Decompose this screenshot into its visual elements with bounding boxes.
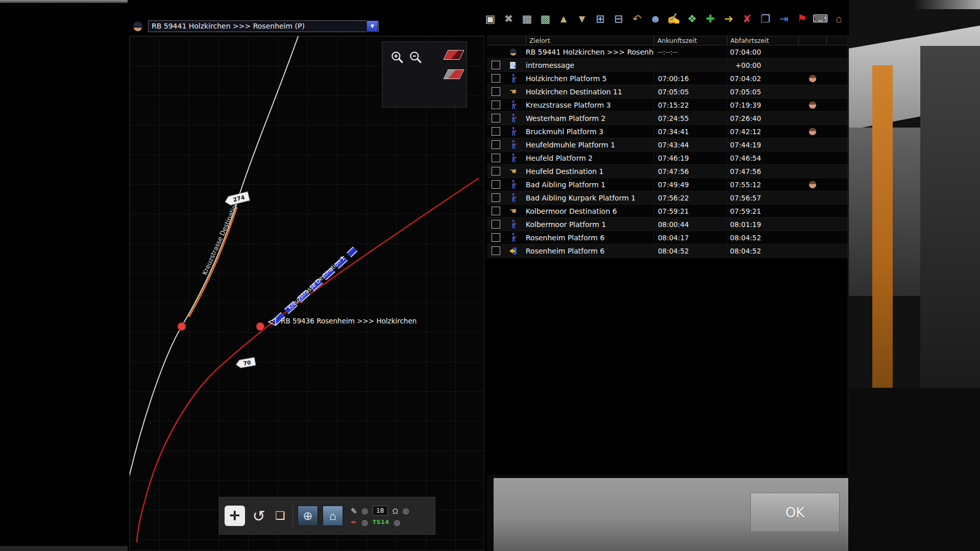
row-checkbox[interactable] <box>492 127 500 136</box>
row-checkbox[interactable] <box>492 167 500 176</box>
move-up-glyph: ▲ <box>558 13 569 25</box>
passenger-icon <box>510 100 517 110</box>
insert-row-icon[interactable]: ⊞ <box>592 10 609 28</box>
remove-train-icon[interactable]: ✘ <box>739 10 755 28</box>
timetable-row[interactable]: Kolbermoor Platform 1 08:00:44 08:01:19 <box>487 218 848 231</box>
header-destination[interactable]: Zielort <box>526 36 654 45</box>
flag-icon[interactable]: ⚑ <box>794 10 811 28</box>
timetable-row[interactable]: Bruckmuhl Platform 3 07:34:41 07:42:12 <box>487 125 848 138</box>
pencil-tool-icon[interactable]: ✎ <box>351 507 357 515</box>
row-destination: Holzkirchen Destination 11 <box>526 85 654 98</box>
row-checkbox[interactable] <box>492 180 500 189</box>
append-row-glyph: ⊟ <box>614 13 623 25</box>
move-tool-icon[interactable]: ✛ <box>225 506 245 526</box>
row-checkbox[interactable] <box>492 193 500 202</box>
driver-icon <box>508 47 518 57</box>
move-down-icon[interactable]: ▼ <box>574 10 591 28</box>
row-checkbox[interactable] <box>492 74 500 83</box>
layer-mix-icon[interactable] <box>443 69 464 79</box>
row-arrival: 07:47:56 <box>654 165 727 178</box>
scene-edge-top <box>0 0 128 3</box>
row-checkbox[interactable] <box>492 101 500 109</box>
row-destination: RB 59441 Holzkirchen >>> Rosenhei <box>526 45 654 58</box>
row-checkbox[interactable] <box>492 233 500 242</box>
scene-ground <box>849 388 980 551</box>
home-view-icon[interactable]: ⌂ <box>323 506 343 526</box>
row-checkbox[interactable] <box>492 207 500 215</box>
row-checkbox[interactable] <box>492 114 500 122</box>
face-icon <box>809 75 816 82</box>
timetable-row[interactable]: Kreuzstrasse Platform 3 07:15:22 07:19:3… <box>487 98 848 112</box>
row-checkbox[interactable] <box>492 61 500 69</box>
timetable-row[interactable]: ☚ Heufeld Destination 1 07:47:56 07:47:5… <box>487 165 848 178</box>
row-checkbox[interactable] <box>492 246 500 255</box>
option-radio-icon[interactable]: ◎ <box>362 507 368 514</box>
copy-schedule-icon[interactable]: ❐ <box>757 10 774 28</box>
timetable-row[interactable]: Westerham Platform 2 07:24:55 07:26:40 <box>487 112 848 125</box>
keypad-icon[interactable]: ⌨ <box>812 10 829 28</box>
staff-icon[interactable]: ☻ <box>647 10 664 28</box>
contract-icon[interactable]: ✍ <box>665 10 682 28</box>
header-arrival[interactable]: Ankunftszeit <box>654 36 727 45</box>
depot-glyph: ⌂ <box>836 13 842 25</box>
header-departure[interactable]: Abfahrtszeit <box>727 36 798 45</box>
world-view-icon[interactable]: ⊕ <box>298 506 318 526</box>
timetable-row[interactable]: Heufeld Platform 2 07:46:19 07:46:54 <box>487 152 848 165</box>
rotate-tool-icon[interactable]: ↺ <box>250 506 268 526</box>
link-tool-icon[interactable]: ❏ <box>273 506 288 526</box>
train-selector-field[interactable]: RB 59441 Holzkirchen >>> Rosenheim (P) ▼ <box>148 20 379 32</box>
add-train-icon[interactable]: ✚ <box>702 10 719 28</box>
row-checkbox[interactable] <box>492 154 500 162</box>
zoom-level-value[interactable]: 18 <box>373 506 388 516</box>
magnet-tool-icon[interactable]: Ω <box>393 507 398 515</box>
exit-route-icon[interactable]: ⇥ <box>775 10 792 28</box>
row-checkbox[interactable] <box>492 140 500 149</box>
insert-train-glyph: ➔ <box>724 13 733 25</box>
modules-icon[interactable]: ❖ <box>683 10 700 28</box>
undo-glyph: ↶ <box>632 13 642 25</box>
zoom-in-icon[interactable] <box>389 50 405 65</box>
undo-icon[interactable]: ↶ <box>629 10 646 28</box>
station-dot[interactable] <box>178 322 186 331</box>
timetable-row[interactable]: intromessage +00:00 <box>487 59 848 72</box>
row-arrival: 07:05:05 <box>654 85 727 98</box>
track-label: Kreuzstrasse Destination 7 <box>201 194 242 276</box>
map-canvas[interactable]: Kreuzstrasse Destination 1 Kreuzstrasse … <box>130 36 484 551</box>
depot-icon[interactable]: ⌂ <box>830 10 847 28</box>
timetable-row[interactable]: Bad Aibling Kurpark Platform 1 07:56:22 … <box>487 191 848 205</box>
timetable-rows: RB 59441 Holzkirchen >>> Rosenhei --:--:… <box>487 45 848 258</box>
station-dot[interactable] <box>256 322 264 331</box>
row-departure: 07:56:57 <box>727 191 798 204</box>
save-icon[interactable]: ▣ <box>482 10 499 28</box>
move-up-icon[interactable]: ▲ <box>555 10 572 28</box>
row-departure: 08:04:52 <box>727 244 798 257</box>
scene-edge-bottom <box>0 546 128 551</box>
option-radio-icon[interactable]: ◎ <box>394 519 400 526</box>
grid-small-icon[interactable]: ▦ <box>519 10 535 28</box>
brush-tool-icon[interactable]: ✒ <box>351 518 357 526</box>
timetable-row[interactable]: Heufeldmuhle Platform 1 07:43:44 07:44:1… <box>487 138 848 152</box>
append-row-icon[interactable]: ⊟ <box>610 10 627 28</box>
row-checkbox[interactable] <box>492 87 500 96</box>
timetable-row[interactable]: ☚ Holzkirchen Destination 11 07:05:05 07… <box>487 85 848 98</box>
timetable-title-row[interactable]: RB 59441 Holzkirchen >>> Rosenhei --:--:… <box>487 45 848 59</box>
dropdown-arrow-icon[interactable]: ▼ <box>366 20 378 32</box>
row-departure: 07:05:05 <box>727 85 798 98</box>
timetable-row[interactable]: Rosenheim Platform 6 08:04:52 08:04:52 <box>487 244 848 258</box>
option-radio-icon[interactable]: ◎ <box>362 519 368 526</box>
row-destination: Holzkirchen Platform 5 <box>526 72 654 85</box>
option-radio-icon[interactable]: ◎ <box>403 507 409 514</box>
layer-red-icon[interactable] <box>443 50 464 60</box>
timetable-row[interactable]: Rosenheim Platform 6 08:04:17 08:04:52 <box>487 231 848 244</box>
delete-icon[interactable]: ✖ <box>500 10 517 28</box>
timetable-row[interactable]: Holzkirchen Platform 5 07:00:16 07:04:02 <box>487 72 848 85</box>
zoom-out-icon[interactable] <box>408 50 423 65</box>
grid-large-icon[interactable]: ▩ <box>537 10 554 28</box>
row-checkbox[interactable] <box>492 220 500 229</box>
speed-sign-lower[interactable]: 70 <box>235 357 256 368</box>
timetable-row[interactable]: Bad Aibling Platform 1 07:49:49 07:55:12 <box>487 178 848 191</box>
ok-button[interactable]: OK <box>750 493 840 532</box>
timetable-row[interactable]: ☚ Kolbermoor Destination 6 07:59:21 07:5… <box>487 205 848 218</box>
ts-label: TS14 <box>373 519 389 525</box>
insert-train-icon[interactable]: ➔ <box>720 10 737 28</box>
